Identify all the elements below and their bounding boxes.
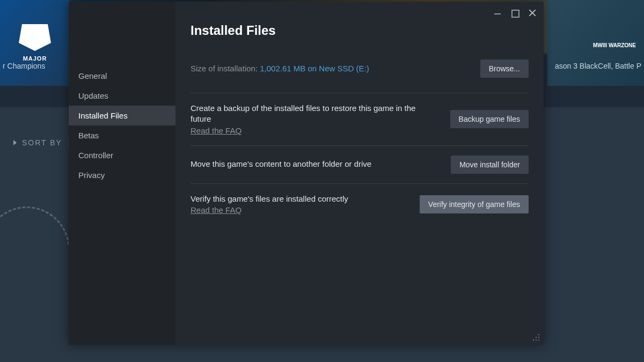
sidebar-item-updates[interactable]: Updates [69,86,175,106]
installation-size-text: Size of installation: 1,002.61 MB on New… [191,64,369,73]
game-tile-major[interactable]: MAJOR [0,0,70,86]
game-label-champions: r Champions [3,62,45,70]
size-label: Size of installation: [191,64,260,73]
move-text: Move this game's content to another fold… [191,159,435,169]
backup-faq-link[interactable]: Read the FAQ [191,126,241,135]
move-button[interactable]: Move install folder [451,156,529,174]
verify-button[interactable]: Verify integrity of game files [420,195,529,213]
major-shield-icon [19,24,51,51]
sidebar-item-controller[interactable]: Controller [69,145,175,165]
verify-desc: Verify this game's files are installed c… [191,194,404,204]
window-controls [494,9,536,17]
sidebar-item-privacy[interactable]: Privacy [69,165,175,185]
verify-text: Verify this game's files are installed c… [191,194,404,215]
sidebar-item-betas[interactable]: Betas [69,125,175,145]
properties-window: General Updates Installed Files Betas Co… [69,2,544,345]
page-title: Installed Files [191,23,529,38]
verify-row: Verify this game's files are installed c… [191,183,529,225]
resize-grip-icon[interactable] [532,333,539,341]
properties-sidebar: General Updates Installed Files Betas Co… [69,2,175,345]
backup-desc: Create a backup of the installed files t… [191,103,434,125]
close-icon[interactable] [529,9,536,17]
maximize-icon[interactable] [511,9,519,17]
major-logo-text: MAJOR [23,55,47,62]
mw-brand-text: MWIII WARZONE [593,42,636,48]
move-row: Move this game's content to another fold… [191,145,529,183]
backup-text: Create a backup of the installed files t… [191,103,434,136]
installation-size-row: Size of installation: 1,002.61 MB on New… [191,60,529,78]
size-value: 1,002.61 MB on New SSD (E:) [260,64,369,73]
sidebar-item-general[interactable]: General [69,66,175,86]
minimize-icon[interactable] [494,9,502,17]
move-desc: Move this game's content to another fold… [191,159,435,169]
game-label-blackcell: ason 3 BlackCell, Battle P [555,62,641,70]
backup-row: Create a backup of the installed files t… [191,93,529,145]
backup-button[interactable]: Backup game files [450,110,529,128]
browse-button[interactable]: Browse... [480,60,529,78]
game-tile-blackcell[interactable]: MWIII WARZONE [547,0,644,86]
sort-by-label: SORT BY [22,138,62,147]
properties-main-panel: Installed Files Size of installation: 1,… [175,2,544,345]
sidebar-item-installed-files[interactable]: Installed Files [69,106,175,125]
verify-faq-link[interactable]: Read the FAQ [191,205,241,215]
chevron-right-icon [13,140,17,145]
